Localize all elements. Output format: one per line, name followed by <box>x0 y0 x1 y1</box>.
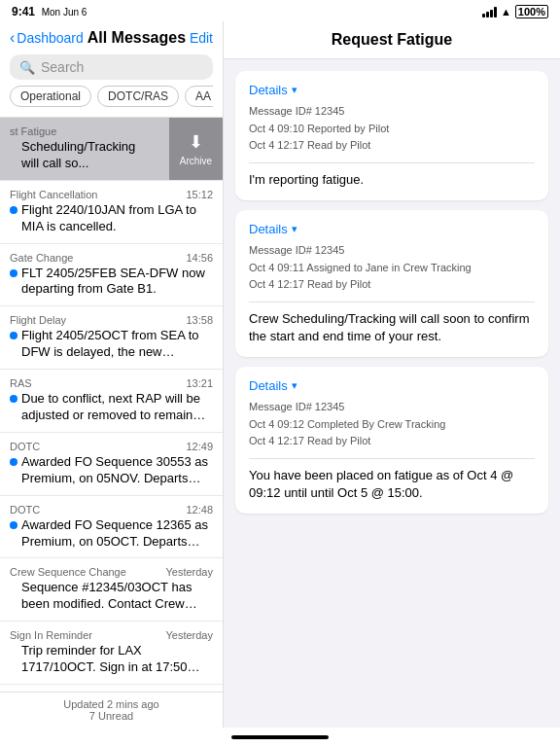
search-placeholder: Search <box>41 59 84 75</box>
message-card: Details▾Message ID# 12345 Oct 4 09:10 Re… <box>235 71 548 200</box>
search-bar[interactable]: 🔍 Search <box>10 54 213 80</box>
msg-body-row: Sequence #12345/03OCT has been modified.… <box>10 580 213 613</box>
message-card: Details▾Message ID# 12345 Oct 4 09:11 As… <box>235 210 548 357</box>
msg-text: Trip reminder for LAX 1717/10OCT. Sign i… <box>21 643 213 676</box>
msg-category: Gate Change <box>10 252 73 264</box>
list-item[interactable]: Sign In ReminderYesterdayTrip reminder f… <box>0 622 223 685</box>
msg-header-row: DOTC12:49 <box>10 441 213 452</box>
filter-chip-aa-responses[interactable]: AA Responses <box>185 86 213 107</box>
card-message-text: Crew Scheduling/Tracking will call soon … <box>249 310 535 345</box>
msg-time: 12:48 <box>186 504 213 516</box>
left-header: ‹ Dashboard All Messages Edit 🔍 Search O… <box>0 21 223 118</box>
list-item[interactable]: Flight Delay13:58Flight 2405/25OCT from … <box>0 306 223 370</box>
msg-category: Crew Sequence Change <box>10 566 126 578</box>
filter-chip-dotcras[interactable]: DOTC/RAS <box>97 86 179 107</box>
list-item[interactable]: Gate Change14:56FLT 2405/25FEB SEA-DFW n… <box>0 244 223 307</box>
msg-time: 14:56 <box>186 252 213 264</box>
msg-header-row: DOTC12:48 <box>10 504 213 516</box>
unread-dot <box>10 206 18 214</box>
unread-dot <box>10 395 18 403</box>
msg-body-row: Awarded FO Sequence 30553 as Premium, on… <box>10 454 213 487</box>
battery-icon: 100% <box>515 5 548 18</box>
card-meta: Message ID# 12345 Oct 4 09:11 Assigned t… <box>249 242 535 294</box>
back-label: Dashboard <box>17 30 84 46</box>
msg-text: Awarded FO Sequence 30553 as Premium, on… <box>21 454 213 487</box>
msg-category: Flight Cancellation <box>10 189 98 200</box>
list-item[interactable]: DOTC12:49Awarded FO Sequence 30553 as Pr… <box>0 433 223 496</box>
status-time: 9:41 Mon Jun 6 <box>12 5 87 18</box>
msg-header-row: Gate Change14:56 <box>10 252 213 264</box>
unread-dot <box>10 521 18 529</box>
card-meta: Message ID# 12345 Oct 4 09:12 Completed … <box>249 399 535 450</box>
status-indicators: ▲ 100% <box>482 5 548 18</box>
archive-icon: ⬇ <box>189 131 203 153</box>
msg-header-row: Flight Cancellation15:12 <box>10 189 213 200</box>
msg-time: Yesterday <box>165 629 213 641</box>
msg-header-row: Flight Delay13:58 <box>10 314 213 326</box>
details-row: Details▾ <box>249 378 535 393</box>
details-label[interactable]: Details <box>249 222 288 236</box>
list-item[interactable]: Crew Sequence ChangeYesterdayFO KEVIN CH… <box>0 685 223 692</box>
back-button[interactable]: ‹ Dashboard <box>10 29 84 47</box>
msg-category: st Fatigue <box>10 125 56 137</box>
msg-header-row: Sign In ReminderYesterday <box>10 629 213 641</box>
left-footer: Updated 2 mins ago 7 Unread <box>0 692 223 728</box>
details-label[interactable]: Details <box>249 378 288 393</box>
home-indicator <box>0 728 560 747</box>
unread-text: 7 Unread <box>89 710 133 722</box>
wifi-icon: ▲ <box>501 6 511 18</box>
updated-text: Updated 2 mins ago <box>63 698 158 710</box>
all-messages-title: All Messages <box>88 29 186 47</box>
list-item[interactable]: Flight Cancellation15:12Flight 2240/10JA… <box>0 181 223 244</box>
left-panel: ‹ Dashboard All Messages Edit 🔍 Search O… <box>0 21 224 728</box>
list-item[interactable]: DOTC12:48Awarded FO Sequence 12365 as Pr… <box>0 496 223 559</box>
msg-time: 13:21 <box>186 377 213 389</box>
msg-text: Flight 2405/25OCT from SEA to DFW is del… <box>21 328 213 361</box>
msg-body-row: Flight 2240/10JAN from LGA to MIA is can… <box>10 202 213 235</box>
details-row: Details▾ <box>249 83 535 97</box>
chevron-down-icon: ▾ <box>292 84 298 96</box>
msg-body-row: Trip reminder for LAX 1717/10OCT. Sign i… <box>10 643 213 676</box>
msg-body-row: Flight 2405/25OCT from SEA to DFW is del… <box>10 328 213 361</box>
card-divider <box>249 458 535 459</box>
unread-dot <box>10 269 18 277</box>
unread-dot <box>10 458 18 466</box>
msg-text: Sequence #12345/03OCT has been modified.… <box>21 580 213 613</box>
back-chevron-icon: ‹ <box>10 29 15 47</box>
msg-category: Sign In Reminder <box>10 629 92 641</box>
archive-button[interactable]: ⬇Archive <box>169 118 223 180</box>
chevron-down-icon: ▾ <box>292 379 298 392</box>
right-panel: Request Fatigue Details▾Message ID# 1234… <box>224 21 560 728</box>
unread-dot <box>10 332 18 339</box>
card-divider <box>249 162 535 163</box>
home-bar <box>231 735 329 739</box>
msg-body-row: Due to conflict, next RAP will be adjust… <box>10 391 213 424</box>
main-container: ‹ Dashboard All Messages Edit 🔍 Search O… <box>0 21 560 728</box>
list-item[interactable]: RAS13:21Due to conflict, next RAP will b… <box>0 370 223 433</box>
details-row: Details▾ <box>249 222 535 236</box>
msg-time: 12:49 <box>186 441 213 452</box>
msg-category: Flight Delay <box>10 314 66 326</box>
messages-list: st Fatigue09:11Scheduling/Tracking will … <box>0 118 223 692</box>
edit-button[interactable]: Edit <box>190 30 213 46</box>
msg-category: RAS <box>10 377 32 389</box>
msg-category: DOTC <box>10 441 40 452</box>
details-label[interactable]: Details <box>249 83 288 97</box>
right-panel-title: Request Fatigue <box>332 31 452 48</box>
card-divider <box>249 302 535 302</box>
card-meta: Message ID# 12345 Oct 4 09:10 Reported b… <box>249 103 535 155</box>
right-content: Details▾Message ID# 12345 Oct 4 09:10 Re… <box>224 59 560 728</box>
card-message-text: You have been placed on fatigue as of Oc… <box>249 467 535 502</box>
archive-label: Archive <box>180 156 212 166</box>
msg-text: Awarded FO Sequence 12365 as Premium, on… <box>21 517 213 551</box>
list-item[interactable]: Crew Sequence ChangeYesterdaySequence #1… <box>0 558 223 622</box>
signal-icon <box>482 7 497 18</box>
list-item[interactable]: st Fatigue09:11Scheduling/Tracking will … <box>0 118 223 181</box>
msg-body-row: FLT 2405/25FEB SEA-DFW now departing fro… <box>10 266 213 299</box>
filter-chip-operational[interactable]: Operational <box>10 86 91 107</box>
status-bar: 9:41 Mon Jun 6 ▲ 100% <box>0 0 560 21</box>
left-header-top: ‹ Dashboard All Messages Edit <box>10 29 213 47</box>
msg-text: Due to conflict, next RAP will be adjust… <box>21 391 213 424</box>
msg-time: Yesterday <box>165 566 213 578</box>
msg-header-row: RAS13:21 <box>10 377 213 389</box>
